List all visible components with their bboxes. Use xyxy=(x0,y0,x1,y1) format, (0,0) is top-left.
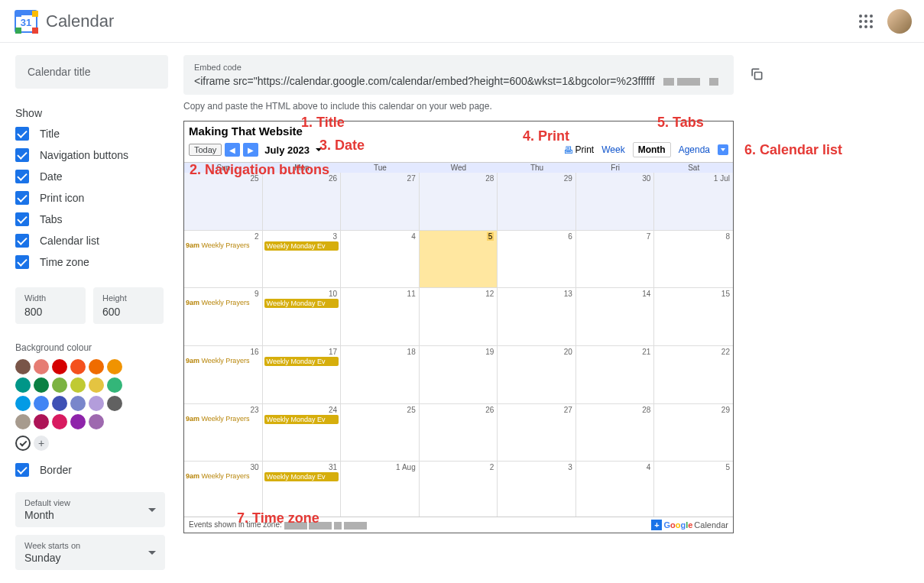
week-starts-dropdown[interactable]: Week starts on Sunday xyxy=(15,535,165,570)
calendar-cell[interactable]: 12 xyxy=(420,288,498,345)
calendar-cell[interactable]: 3 xyxy=(498,462,576,519)
calendar-cell[interactable]: 29am Weekly Prayers xyxy=(184,231,263,288)
colour-swatch[interactable] xyxy=(15,414,31,429)
colour-swatch[interactable] xyxy=(70,396,86,411)
calendar-cell[interactable]: 22 xyxy=(654,346,733,403)
google-calendar-badge[interactable]: + Google Calendar xyxy=(651,520,728,530)
colour-swatch[interactable] xyxy=(15,396,31,411)
tab-agenda[interactable]: Agenda xyxy=(674,143,715,157)
calendar-cell[interactable]: 99am Weekly Prayers xyxy=(184,288,263,345)
calendar-event[interactable]: 9am Weekly Prayers xyxy=(186,472,261,480)
show-option-navigation-buttons[interactable]: Navigation buttons xyxy=(15,148,168,162)
colour-swatch[interactable] xyxy=(89,414,104,429)
print-button[interactable]: 🖶 Print xyxy=(563,144,594,156)
calendar-cell[interactable]: 13 xyxy=(498,288,576,345)
colour-swatch[interactable] xyxy=(89,396,104,411)
calendar-cell[interactable]: 4 xyxy=(576,462,655,519)
calendar-cell[interactable]: 15 xyxy=(654,288,733,345)
calendar-cell[interactable]: 14 xyxy=(576,288,655,345)
calendar-cell[interactable]: 2 xyxy=(420,462,498,519)
calendar-cell[interactable]: 29 xyxy=(654,404,733,462)
prev-button[interactable]: ◀ xyxy=(225,143,240,157)
calendar-cell[interactable]: 17Weekly Monday Ev xyxy=(263,346,342,403)
calendar-cell[interactable]: 25 xyxy=(341,404,420,462)
calendar-cell[interactable]: 169am Weekly Prayers xyxy=(184,346,263,403)
width-input[interactable]: Width 800 xyxy=(15,287,86,324)
calendar-cell[interactable]: 25 xyxy=(184,173,263,230)
calendar-cell[interactable]: 8 xyxy=(654,231,733,288)
calendar-event[interactable]: Weekly Monday Ev xyxy=(264,299,339,308)
colour-swatch[interactable] xyxy=(107,359,122,374)
calendar-cell[interactable]: 18 xyxy=(341,346,420,403)
calendar-cell[interactable]: 26 xyxy=(420,404,498,462)
colour-swatch[interactable] xyxy=(52,377,67,393)
apps-grid-icon[interactable] xyxy=(857,12,875,31)
colour-swatch[interactable] xyxy=(89,359,104,374)
calendar-event[interactable]: 9am Weekly Prayers xyxy=(186,357,261,364)
calendar-event[interactable]: Weekly Monday Ev xyxy=(264,472,339,481)
colour-swatch[interactable] xyxy=(70,414,86,429)
calendar-event[interactable]: Weekly Monday Ev xyxy=(264,415,339,424)
height-input[interactable]: Height 600 xyxy=(93,287,164,324)
colour-swatch[interactable] xyxy=(34,396,49,411)
border-checkbox-row[interactable]: Border xyxy=(15,463,168,477)
calendar-cell[interactable]: 10Weekly Monday Ev xyxy=(263,288,342,345)
avatar[interactable] xyxy=(887,9,912,34)
colour-swatch[interactable] xyxy=(70,377,86,393)
calendar-event[interactable]: Weekly Monday Ev xyxy=(264,241,339,251)
calendar-cell[interactable]: 19 xyxy=(420,346,498,403)
show-option-time-zone[interactable]: Time zone xyxy=(15,255,168,269)
calendar-cell[interactable]: 21 xyxy=(576,346,655,403)
show-option-print-icon[interactable]: Print icon xyxy=(15,191,168,205)
embed-code-box[interactable]: Embed code <iframe src="https://calendar… xyxy=(183,55,734,95)
copy-icon[interactable] xyxy=(749,66,764,84)
colour-swatch[interactable] xyxy=(52,396,67,411)
next-button[interactable]: ▶ xyxy=(243,143,258,157)
tab-month[interactable]: Month xyxy=(633,142,671,157)
calendar-cell[interactable]: 30 xyxy=(576,173,655,230)
colour-swatch[interactable] xyxy=(107,377,122,393)
calendar-cell[interactable]: 20 xyxy=(498,346,576,403)
default-view-dropdown[interactable]: Default view Month xyxy=(15,492,165,527)
calendar-cell[interactable]: 7 xyxy=(576,231,655,288)
calendar-cell[interactable]: 3Weekly Monday Ev xyxy=(263,231,342,288)
colour-swatch-add[interactable]: + xyxy=(34,436,49,451)
calendar-cell[interactable]: 28 xyxy=(576,404,655,462)
calendar-cell[interactable]: 1 Jul xyxy=(654,173,733,230)
calendar-cell[interactable]: 4 xyxy=(341,231,420,288)
colour-swatch[interactable] xyxy=(34,414,49,429)
colour-swatch[interactable] xyxy=(89,377,104,393)
tab-week[interactable]: Week xyxy=(597,143,629,157)
calendar-cell[interactable]: 24Weekly Monday Ev xyxy=(263,404,342,462)
colour-swatch[interactable] xyxy=(52,414,67,429)
colour-swatch[interactable] xyxy=(107,396,122,411)
colour-swatch[interactable] xyxy=(34,377,49,393)
colour-swatch[interactable] xyxy=(34,359,49,374)
colour-swatch[interactable] xyxy=(15,359,31,374)
calendar-cell[interactable]: 6 xyxy=(498,231,576,288)
colour-swatch-selected[interactable] xyxy=(15,436,31,451)
calendar-event[interactable]: Weekly Monday Ev xyxy=(264,357,339,366)
calendar-cell[interactable]: 11 xyxy=(341,288,420,345)
calendar-title-input[interactable]: Calendar title xyxy=(15,55,168,89)
calendar-cell[interactable]: 28 xyxy=(420,173,498,230)
show-option-title[interactable]: Title xyxy=(15,127,168,141)
calendar-cell[interactable]: 29 xyxy=(498,173,576,230)
calendar-date[interactable]: July 2023 xyxy=(264,144,310,156)
calendar-cell[interactable]: 27 xyxy=(341,173,420,230)
show-option-date[interactable]: Date xyxy=(15,170,168,183)
today-button[interactable]: Today xyxy=(189,144,222,156)
calendar-cell[interactable]: 309am Weekly Prayers xyxy=(184,462,263,519)
calendar-cell[interactable]: 1 Aug xyxy=(341,462,420,519)
calendar-cell[interactable]: 5 xyxy=(654,462,733,519)
calendar-cell[interactable]: 239am Weekly Prayers xyxy=(184,404,263,462)
calendar-event[interactable]: 9am Weekly Prayers xyxy=(186,241,261,249)
colour-swatch[interactable] xyxy=(15,377,31,393)
calendar-list-dropdown[interactable] xyxy=(718,144,728,155)
calendar-cell[interactable]: 5 xyxy=(420,231,498,288)
calendar-cell[interactable]: 26 xyxy=(263,173,342,230)
show-option-calendar-list[interactable]: Calendar list xyxy=(15,234,168,248)
calendar-event[interactable]: 9am Weekly Prayers xyxy=(186,415,261,423)
colour-swatch[interactable] xyxy=(70,359,86,374)
calendar-cell[interactable]: 27 xyxy=(498,404,576,462)
